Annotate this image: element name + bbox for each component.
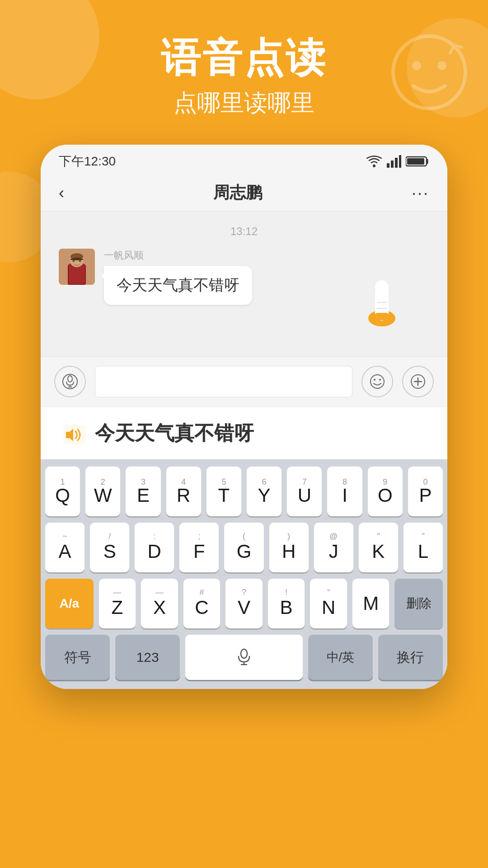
highlight-sound-icon — [63, 422, 86, 444]
keyboard-area: 1 Q 2 W 3 E 4 R 5 T 6 Y — [41, 459, 447, 689]
voice-icon — [62, 373, 78, 390]
sub-title: 点哪里读哪里 — [0, 87, 488, 119]
microphone-icon — [234, 647, 254, 667]
status-time: 下午12:30 — [59, 153, 116, 170]
add-button[interactable] — [402, 366, 434, 397]
key-c[interactable]: # C — [183, 579, 221, 628]
svg-point-29 — [371, 375, 384, 388]
key-j[interactable]: @ J — [314, 523, 353, 572]
key-symbol[interactable]: 符号 — [45, 635, 110, 680]
emoji-icon — [369, 373, 385, 390]
svg-point-26 — [68, 376, 72, 382]
svg-point-37 — [241, 649, 247, 658]
key-u[interactable]: 7 U — [287, 467, 322, 516]
key-v[interactable]: ? V — [225, 579, 263, 628]
key-enter[interactable]: 换行 — [378, 635, 443, 680]
nav-back-button[interactable]: ‹ — [59, 184, 64, 203]
svg-point-30 — [374, 379, 375, 381]
svg-point-18 — [79, 260, 81, 262]
key-z[interactable]: — Z — [99, 579, 136, 628]
status-bar: 下午12:30 — [41, 145, 447, 175]
key-r[interactable]: 4 R — [166, 467, 201, 516]
keyboard-row-3: A/a — Z — X # C ? V ! B ° — [45, 579, 443, 628]
hand-pointer — [357, 259, 411, 327]
keyboard-row-1: 1 Q 2 W 3 E 4 R 5 T 6 Y — [45, 467, 443, 516]
chat-timestamp: 13:12 — [59, 225, 429, 238]
input-bar — [41, 356, 447, 406]
avatar — [59, 249, 95, 285]
text-input[interactable] — [95, 366, 352, 397]
avatar-image — [59, 249, 95, 285]
wifi-icon — [366, 155, 382, 168]
emoji-button[interactable] — [361, 366, 393, 397]
voice-button[interactable] — [54, 366, 86, 397]
key-p[interactable]: 0 P — [408, 467, 443, 516]
svg-point-31 — [379, 379, 381, 381]
key-123[interactable]: 123 — [115, 635, 180, 680]
svg-rect-8 — [395, 158, 398, 168]
key-m[interactable]: M — [352, 579, 389, 628]
main-title: 语音点读 — [0, 36, 488, 80]
status-icons — [366, 155, 429, 168]
svg-rect-6 — [387, 163, 389, 168]
svg-point-5 — [373, 165, 375, 167]
chat-message: 一帆风顺 今天天气真不错呀 — [59, 249, 429, 305]
key-b[interactable]: ! B — [268, 579, 305, 628]
highlight-text: 今天天气真不错呀 — [95, 420, 254, 447]
key-n[interactable]: ° N — [310, 579, 347, 628]
svg-point-22 — [375, 280, 389, 295]
chat-area: 13:12 一帆风顺 今天天气真不错呀 — [41, 212, 447, 356]
svg-rect-11 — [407, 158, 424, 165]
key-t[interactable]: 5 T — [206, 467, 241, 516]
key-g[interactable]: ( G — [224, 523, 263, 572]
key-e[interactable]: 3 E — [126, 467, 160, 516]
keyboard-row-4: 符号 123 中/英 换行 — [45, 635, 443, 680]
svg-rect-9 — [399, 155, 401, 168]
key-f[interactable]: ; F — [179, 523, 219, 572]
message-text: 今天天气真不错呀 — [117, 276, 239, 293]
key-x[interactable]: — X — [141, 579, 178, 628]
key-l[interactable]: " L — [404, 523, 443, 572]
header-area: 语音点读 点哪里读哪里 — [0, 36, 488, 119]
message-content: 一帆风顺 今天天气真不错呀 — [104, 249, 252, 305]
key-y[interactable]: 6 Y — [247, 467, 282, 516]
phone-mockup: 下午12:30 — [41, 145, 447, 689]
key-d[interactable]: : D — [135, 523, 174, 572]
key-h[interactable]: ) H — [269, 523, 309, 572]
key-lang[interactable]: 中/英 — [308, 635, 373, 680]
nav-bar: ‹ 周志鹏 ··· — [41, 175, 447, 212]
keyboard-row-2: ~ A / S : D ; F ( G ) H — [45, 523, 443, 572]
signal-icon — [387, 155, 401, 168]
key-capslock[interactable]: A/a — [45, 579, 94, 628]
sound-icon — [63, 425, 86, 445]
key-k[interactable]: " K — [359, 523, 398, 572]
svg-rect-7 — [391, 160, 394, 168]
message-bubble[interactable]: 今天天气真不错呀 — [104, 266, 252, 305]
svg-rect-21 — [374, 313, 389, 320]
key-a[interactable]: ~ A — [45, 523, 84, 572]
highlight-bar: 今天天气真不错呀 — [41, 406, 447, 459]
plus-icon — [410, 373, 426, 390]
key-o[interactable]: 9 O — [368, 467, 403, 516]
key-delete[interactable]: 删除 — [394, 579, 443, 628]
key-q[interactable]: 1 Q — [45, 467, 80, 516]
battery-icon — [406, 155, 429, 168]
key-i[interactable]: 8 I — [327, 467, 362, 516]
key-space[interactable] — [185, 635, 302, 680]
nav-more-button[interactable]: ··· — [412, 184, 429, 203]
sender-name: 一帆风顺 — [104, 249, 252, 262]
svg-point-17 — [73, 260, 75, 262]
svg-rect-16 — [70, 253, 83, 260]
key-w[interactable]: 2 W — [85, 467, 120, 516]
nav-title: 周志鹏 — [213, 182, 262, 204]
key-s[interactable]: / S — [90, 523, 129, 572]
